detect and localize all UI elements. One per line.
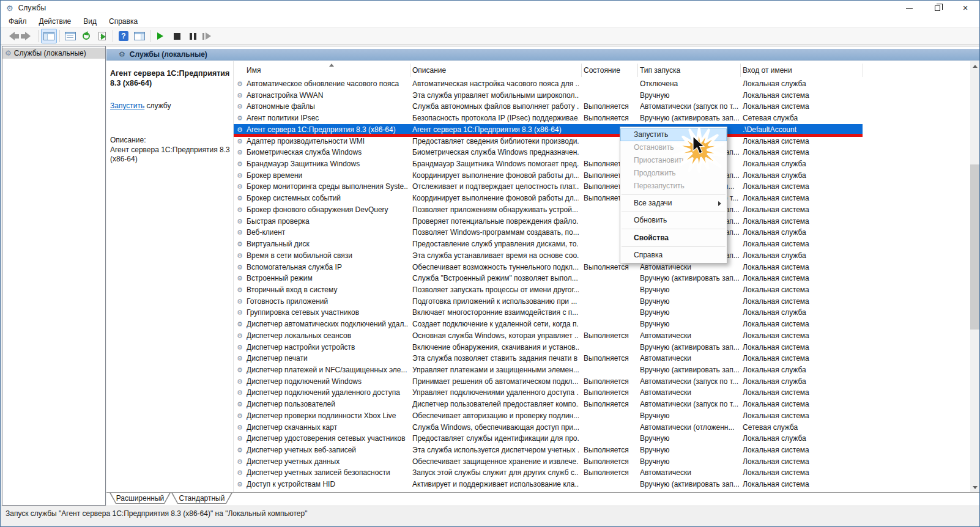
service-name-cell: Диспетчер пользователей <box>247 399 408 410</box>
column-header-status[interactable]: Состояние <box>584 62 620 78</box>
table-row[interactable]: ⚙Группировка сетевых участниковВключает … <box>234 307 863 319</box>
table-row[interactable]: ⚙Брокер времениКоординирует выполнение ф… <box>234 170 863 182</box>
service-gear-icon: ⚙ <box>237 307 243 319</box>
restore-button[interactable] <box>923 1 951 15</box>
restart-service-button[interactable] <box>201 29 217 43</box>
table-row[interactable]: ⚙Диспетчер автоматических подключений уд… <box>234 319 863 330</box>
table-row[interactable]: ⚙Диспетчер подключений WindowsПринимает … <box>234 376 863 388</box>
table-row[interactable]: ⚙Диспетчер учетных веб-записейЭта служба… <box>234 444 863 456</box>
service-logon-cell: Локальная служба <box>743 78 853 90</box>
menu-view[interactable]: Вид <box>77 16 103 27</box>
table-row[interactable]: ⚙Автонастройка WWANЭта служба управляет … <box>234 90 863 101</box>
tab-standard[interactable]: Стандартный <box>171 493 232 504</box>
column-header-name[interactable]: Имя <box>247 62 261 78</box>
back-button[interactable] <box>4 29 20 43</box>
service-name-cell: Диспетчер учетных данных <box>247 456 408 468</box>
service-name-cell: Виртуальный диск <box>247 238 408 250</box>
stop-service-button[interactable] <box>169 29 185 43</box>
forward-button[interactable] <box>20 29 35 43</box>
service-startup-type-cell: Вручную <box>640 444 739 456</box>
column-header-description[interactable]: Описание <box>412 62 446 78</box>
table-row[interactable]: ⚙Брандмауэр Защитника WindowsБрандмауэр … <box>234 158 863 170</box>
table-row[interactable]: ⚙Брокер фонового обнаружения DevQueryПоз… <box>234 204 863 216</box>
table-row[interactable]: ⚙Диспетчер пользователейДиспетчер пользо… <box>234 399 863 410</box>
scrollbar-thumb[interactable] <box>970 164 980 330</box>
table-row[interactable]: ⚙Готовность приложенийПодготовка приложе… <box>234 296 863 308</box>
service-name-cell: Диспетчер локальных сеансов <box>247 330 408 342</box>
column-divider[interactable] <box>637 64 638 77</box>
service-name-cell: Диспетчер удостоверения сетевых участник… <box>247 433 408 444</box>
menu-separator <box>622 212 726 212</box>
menu-help[interactable]: Справка <box>103 16 144 27</box>
table-row[interactable]: ⚙Диспетчер настройки устройствВключение … <box>234 342 863 353</box>
column-divider[interactable] <box>863 64 863 77</box>
start-service-link[interactable]: Запустить <box>110 101 144 110</box>
table-row[interactable]: ⚙Агент политики IPsecБезопасность проток… <box>234 112 863 124</box>
table-row[interactable]: ⚙Диспетчер подключений удаленного доступ… <box>234 387 863 399</box>
minimize-button[interactable] <box>895 1 923 15</box>
service-gear-icon: ⚙ <box>237 387 243 399</box>
menu-file[interactable]: Файл <box>1 16 33 27</box>
service-name-cell: Диспетчер настройки устройств <box>247 342 408 353</box>
toolbar-separator <box>113 30 113 42</box>
tree-item-services-local[interactable]: ⚙ Службы (локальные) <box>2 48 105 59</box>
column-header-startup-type[interactable]: Тип запуска <box>640 62 680 78</box>
column-divider[interactable] <box>410 64 410 77</box>
vertical-scrollbar[interactable] <box>970 61 980 492</box>
properties-button[interactable] <box>62 29 78 43</box>
column-divider[interactable] <box>740 64 741 77</box>
export-list-button[interactable] <box>94 29 110 43</box>
table-row[interactable]: ⚙Быстрая проверкаПроверяет потенциальные… <box>234 216 863 227</box>
table-row[interactable]: ⚙Встроенный режимСлужба "Встроенный режи… <box>234 273 863 284</box>
tab-extended-label: Расширенный <box>110 493 171 504</box>
show-action-pane-button[interactable] <box>132 29 147 43</box>
table-row[interactable]: ⚙Диспетчер скачанных картСлужба Windows,… <box>234 422 863 433</box>
table-row[interactable]: ⚙Диспетчер учетных записей безопасностиЗ… <box>234 467 863 479</box>
table-row[interactable]: ⚙Диспетчер проверки подлинности Xbox Liv… <box>234 410 863 422</box>
table-row[interactable]: ⚙Брокер мониторинга среды выполнения Sys… <box>234 181 863 193</box>
refresh-button[interactable] <box>78 29 94 43</box>
service-gear-icon: ⚙ <box>237 444 243 456</box>
column-divider[interactable] <box>581 64 582 77</box>
scroll-down-button[interactable] <box>970 482 980 492</box>
show-console-tree-button[interactable] <box>41 29 57 43</box>
tab-extended[interactable]: Расширенный <box>110 493 171 504</box>
service-name-cell: Готовность приложений <box>247 296 408 308</box>
service-gear-icon: ⚙ <box>237 319 243 330</box>
column-header-logon-as[interactable]: Вход от имени <box>743 62 792 78</box>
service-description-cell: Предоставляет сведения библиотеки произв… <box>412 136 579 147</box>
table-row[interactable]: ⚙Вспомогательная служба IPОбеспечивает в… <box>234 262 863 273</box>
service-logon-cell: Локальная система <box>743 90 853 101</box>
pause-service-button[interactable] <box>185 29 201 43</box>
scroll-up-button[interactable] <box>970 61 980 71</box>
table-row[interactable]: ⚙Брокер системных событийКоординирует вы… <box>234 193 863 204</box>
extended-view-pane: Агент сервера 1С:Предприятия 8.3 (x86-64… <box>106 61 233 492</box>
context-menu-item[interactable]: Все задачи <box>620 197 727 210</box>
menu-action[interactable]: Действие <box>33 16 78 27</box>
table-row[interactable]: ⚙Диспетчер печатиЭта служба позволяет ст… <box>234 353 863 364</box>
table-row[interactable]: ⚙Диспетчер учетных данныхОбеспечивает за… <box>234 456 863 468</box>
table-row[interactable]: ⚙Адаптер производительности WMIПредостав… <box>234 136 863 147</box>
help-button[interactable]: ? <box>116 29 132 43</box>
service-description-cell: Обеспечивает защищенное хранение и извле… <box>412 456 579 468</box>
context-menu-item[interactable]: Обновить <box>620 214 727 227</box>
table-row[interactable]: ⚙Автономные файлыСлужба автономных файло… <box>234 101 863 112</box>
table-row[interactable]: ⚙Диспетчер локальных сеансовОсновная слу… <box>234 330 863 342</box>
service-description-cell: Эта служба устанавливает время на основе… <box>412 250 579 262</box>
table-row[interactable]: ⚙Автоматическое обновление часового пояс… <box>234 78 863 90</box>
table-row[interactable]: ⚙Вторичный вход в системуПозволяет запус… <box>234 284 863 296</box>
table-row[interactable]: ⚙Биометрическая служба WindowsБиометриче… <box>234 147 863 158</box>
table-row[interactable]: ⚙Доступ к устройствам HIDАктивирует и по… <box>234 479 863 490</box>
close-button[interactable]: × <box>951 1 979 15</box>
table-row[interactable]: ⚙Диспетчер платежей и NFC/защищенных эле… <box>234 364 863 376</box>
table-row[interactable]: ⚙Диспетчер удостоверения сетевых участни… <box>234 433 863 444</box>
service-status-cell <box>584 296 636 308</box>
table-row[interactable]: ⚙Веб-клиентПозволяет Windows-программам … <box>234 227 863 238</box>
service-name-cell: Биометрическая служба Windows <box>247 147 408 158</box>
start-service-button[interactable] <box>153 29 169 43</box>
context-menu-item[interactable]: Справка <box>620 249 727 262</box>
table-row[interactable]: ⚙Время в сети мобильной связиЭта служба … <box>234 250 863 262</box>
toolbar-separator <box>59 30 60 42</box>
context-menu-item[interactable]: Свойства <box>620 231 727 245</box>
table-row[interactable]: ⚙Виртуальный дискПредоставление служб уп… <box>234 238 863 250</box>
